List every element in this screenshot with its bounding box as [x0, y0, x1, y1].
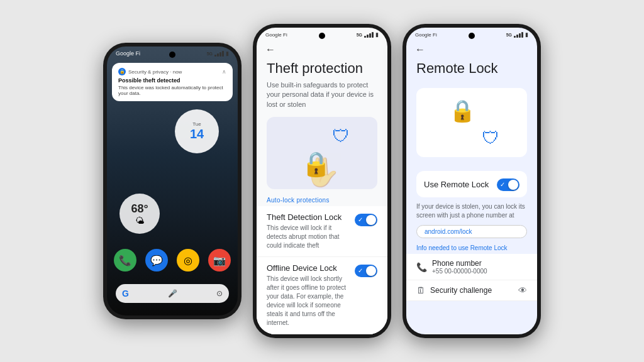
back-button-2[interactable]: ←: [257, 39, 387, 58]
weather-icon: 🌤: [135, 216, 144, 226]
5g-icon: 5G: [207, 52, 213, 56]
punch-hole-camera-3: [469, 33, 475, 39]
android-lock-link[interactable]: android.com/lock: [416, 225, 527, 238]
shield-icon-hero: 🛡: [332, 126, 350, 146]
mic-icon[interactable]: 🎤: [168, 289, 177, 298]
use-remote-lock-row[interactable]: Use Remote Lock ✓: [416, 171, 527, 197]
remote-lock-hero: 🔒 🛡: [416, 88, 527, 157]
chrome-app-icon[interactable]: ◎: [177, 249, 199, 272]
back-button-3[interactable]: ←: [406, 39, 537, 58]
security-challenge-item: 🗓 Security challenge 👁: [406, 280, 537, 301]
lock-icon-hero: 🔒: [301, 150, 331, 178]
temperature: 68°: [131, 202, 148, 216]
status-icons-1: 5G ▮: [207, 50, 229, 57]
phone-3: Google Fi 5G ▮ ← Remote Lock 🔒 🛡 Use Rem…: [402, 24, 541, 338]
phone-number-item: 📞 Phone number +55 00-00000-0000: [406, 254, 537, 280]
messages-app-icon[interactable]: 💬: [145, 249, 168, 272]
date-number: 14: [190, 127, 204, 141]
carrier-label: Google Fi: [116, 50, 140, 57]
shield-icon: 🔒: [118, 68, 126, 75]
notif-title: Possible theft detected: [118, 77, 226, 84]
offline-lock-desc: This device will lock shortly after it g…: [267, 275, 350, 327]
camera-app-icon[interactable]: 📷: [208, 249, 231, 272]
info-section-label: Info needed to use Remote Lock: [406, 238, 537, 254]
phone-2: Google Fi 5G ▮ ← Theft protection Use bu…: [253, 24, 391, 338]
security-challenge-label: Security challenge: [430, 286, 492, 295]
remote-lock-desc: If your device is stolen, you can lock i…: [406, 197, 537, 225]
notif-header: 🔒 Security & privacy · now ∧: [118, 68, 226, 75]
use-remote-label: Use Remote Lock: [424, 180, 489, 189]
notif-body: This device was locked automatically to …: [118, 85, 226, 96]
punch-hole-camera: [169, 52, 175, 58]
lens-icon[interactable]: ⊙: [216, 289, 223, 298]
theft-detection-title: Theft Detection Lock: [267, 212, 350, 222]
google-search-bar[interactable]: G 🎤 ⊙: [116, 284, 229, 303]
page-title-3: Remote Lock: [406, 58, 537, 80]
signal-icon-3: [514, 32, 523, 38]
remote-lock-toggle[interactable]: ✓: [497, 178, 519, 191]
offline-device-lock-setting[interactable]: Offline Device Lock This device will loc…: [257, 257, 387, 334]
phone-app-icon[interactable]: 📞: [114, 249, 136, 272]
signal-icon-2: [364, 32, 374, 38]
phone-number-icon: 📞: [416, 262, 427, 272]
punch-hole-camera-2: [319, 33, 325, 39]
phone-number-value: +55 00-00000-0000: [432, 268, 487, 275]
weather-widget: 68° 🌤: [119, 194, 160, 234]
checkmark-icon-3: ✓: [500, 181, 505, 188]
battery-icon-2: ▮: [375, 31, 379, 38]
signal-icon: [214, 51, 224, 57]
offline-lock-title: Offline Device Lock: [267, 263, 350, 273]
page-title-2: Theft protection: [257, 58, 387, 80]
status-icons-2: 5G ▮: [357, 31, 379, 38]
shield-icon-rl: 🛡: [482, 128, 499, 148]
checkmark-icon: ✓: [358, 216, 363, 223]
spacer: [406, 165, 537, 171]
phone-number-label: Phone number: [432, 259, 487, 268]
carrier-label-2: Google Fi: [265, 32, 287, 38]
date-day: Tue: [192, 121, 201, 127]
theft-detection-desc: This device will lock if it detects abru…: [267, 224, 350, 250]
5g-icon-2: 5G: [357, 33, 362, 37]
carrier-label-3: Google Fi: [415, 32, 437, 38]
theft-detection-toggle[interactable]: ✓: [355, 214, 377, 226]
offline-lock-toggle[interactable]: ✓: [355, 265, 377, 277]
google-g-logo: G: [122, 288, 129, 299]
auto-lock-label: Auto-lock protections: [257, 189, 387, 206]
page-subtitle-2: Use built-in safeguards to protect your …: [257, 80, 387, 117]
lock-icon-rl: 🔒: [449, 98, 475, 123]
phone-1: Google Fi 5G ▮ 🔒 Security & privacy · no…: [103, 43, 242, 319]
notif-source: Security & privacy · now: [128, 69, 182, 75]
theft-detection-setting[interactable]: Theft Detection Lock This device will lo…: [257, 206, 387, 257]
theft-protection-hero: ✋ 🔒 🛡: [267, 117, 377, 189]
5g-icon-3: 5G: [506, 33, 512, 37]
app-dock: 📞 💬 ◎ 📷: [107, 249, 238, 272]
security-challenge-icon: 🗓: [416, 285, 425, 295]
battery-icon: ▮: [226, 50, 229, 57]
eye-icon[interactable]: 👁: [518, 285, 527, 295]
status-icons-3: 5G ▮: [506, 31, 528, 38]
date-widget: Tue 14: [175, 109, 219, 153]
checkmark-icon-2: ✓: [358, 267, 363, 274]
theft-notification[interactable]: 🔒 Security & privacy · now ∧ Possible th…: [112, 63, 233, 101]
battery-icon-3: ▮: [525, 31, 528, 38]
